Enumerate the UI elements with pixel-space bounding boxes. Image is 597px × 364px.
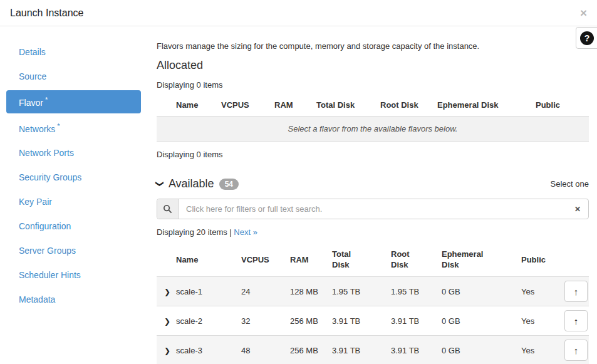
column-header-ram: RAM	[290, 242, 332, 277]
available-count-badge: 54	[219, 179, 239, 190]
required-marker: *	[57, 122, 60, 130]
sidebar-item-network-ports[interactable]: Network Ports	[6, 142, 141, 164]
flavor-public: Yes	[521, 277, 563, 306]
flavor-ephemeral-disk: 0 GB	[442, 336, 521, 364]
chevron-right-icon[interactable]: ❯	[164, 346, 170, 355]
chevron-right-icon[interactable]: ❯	[164, 317, 170, 326]
search-clear-icon[interactable]: ✕	[567, 199, 588, 219]
next-page-link[interactable]: Next »	[234, 227, 257, 237]
filter-search-bar: ✕	[157, 199, 589, 219]
select-one-hint: Select one	[551, 179, 589, 189]
sidebar-item-security-groups[interactable]: Security Groups	[6, 167, 141, 188]
flavor-root-disk: 1.95 TB	[391, 277, 442, 306]
chevron-down-icon[interactable]: ❯	[155, 180, 165, 187]
column-header-public: Public	[521, 242, 563, 277]
flavor-total-disk: 1.95 TB	[332, 277, 391, 306]
help-icon: ?	[580, 31, 594, 45]
flavor-ram: 256 MB	[290, 336, 332, 364]
available-table: Name VCPUS RAM Total Disk Root Disk Ephe…	[157, 242, 589, 364]
allocate-flavor-button[interactable]: ↑	[564, 281, 588, 302]
flavor-public: Yes	[521, 306, 563, 336]
available-heading: Available	[169, 177, 214, 190]
flavor-vcpus: 48	[241, 336, 290, 364]
sidebar-item-label: Security Groups	[19, 172, 81, 182]
sidebar-item-flavor[interactable]: Flavor*	[6, 90, 141, 113]
sidebar-item-scheduler-hints[interactable]: Scheduler Hints	[6, 264, 141, 286]
column-header-public: Public	[536, 95, 589, 117]
flavor-vcpus: 32	[241, 306, 290, 336]
sidebar-item-label: Server Groups	[19, 246, 76, 256]
flavor-name: scale-3	[176, 346, 202, 355]
sidebar-item-server-groups[interactable]: Server Groups	[6, 240, 141, 261]
chevron-right-icon[interactable]: ❯	[164, 288, 170, 296]
flavor-ram: 128 MB	[290, 277, 332, 306]
sidebar-item-source[interactable]: Source	[6, 66, 141, 87]
allocated-empty-message: Select a flavor from the available flavo…	[157, 117, 589, 142]
sidebar-item-label: Flavor	[19, 98, 43, 108]
sidebar-item-networks[interactable]: Networks*	[6, 117, 141, 140]
allocated-header-row: Name VCPUS RAM Total Disk Root Disk Ephe…	[157, 95, 589, 117]
column-header-total-disk: Total Disk	[332, 242, 391, 277]
column-header-total-disk: Total Disk	[316, 95, 380, 117]
available-count-text: Displaying 20 items	[157, 227, 227, 237]
available-section-header: ❯ Available 54 Select one	[157, 177, 589, 190]
step-description: Flavors manage the sizing for the comput…	[157, 41, 589, 51]
allocate-flavor-button[interactable]: ↑	[564, 340, 588, 361]
allocated-table: Name VCPUS RAM Total Disk Root Disk Ephe…	[157, 95, 589, 142]
allocated-count-top: Displaying 0 items	[157, 80, 589, 90]
column-header-root-disk: Root Disk	[380, 95, 437, 117]
column-header-ram: RAM	[274, 95, 316, 117]
allocated-empty-row: Select a flavor from the available flavo…	[157, 117, 589, 142]
flavor-root-disk: 3.91 TB	[391, 336, 442, 364]
sidebar-item-label: Key Pair	[19, 197, 52, 207]
available-header-row: Name VCPUS RAM Total Disk Root Disk Ephe…	[157, 242, 589, 277]
help-button[interactable]: ?	[576, 27, 597, 49]
flavor-public: Yes	[521, 336, 563, 364]
required-marker: *	[45, 96, 48, 103]
flavor-total-disk: 3.91 TB	[332, 306, 391, 336]
sidebar-item-key-pair[interactable]: Key Pair	[6, 191, 141, 212]
column-header-ephemeral-disk: Ephemeral Disk	[437, 95, 536, 117]
flavor-name: scale-2	[176, 316, 202, 326]
flavor-ephemeral-disk: 0 GB	[442, 277, 521, 306]
close-icon[interactable]: ×	[580, 7, 587, 19]
search-icon[interactable]	[157, 199, 179, 219]
sidebar-item-label: Scheduler Hints	[19, 270, 81, 280]
column-header-ephemeral-disk: Ephemeral Disk	[442, 242, 521, 277]
count-separator: |	[229, 227, 231, 237]
sidebar-item-configuration[interactable]: Configuration	[6, 216, 141, 237]
flavor-row-scale-2: ❯scale-2 32 256 MB 3.91 TB 3.91 TB 0 GB …	[157, 306, 589, 336]
sidebar-item-label: Metadata	[19, 294, 55, 304]
search-input[interactable]	[179, 199, 567, 219]
column-header-vcpus: VCPUS	[241, 242, 290, 277]
up-arrow-icon: ↑	[574, 316, 579, 326]
flavor-step-content: Flavors manage the sizing for the comput…	[157, 26, 597, 364]
available-count-line: Displaying 20 items | Next »	[157, 227, 589, 237]
column-header-vcpus: VCPUS	[221, 95, 274, 117]
sidebar-item-label: Networks	[19, 123, 55, 133]
flavor-vcpus: 24	[241, 277, 290, 306]
column-header-root-disk: Root Disk	[391, 242, 442, 277]
sidebar-item-label: Configuration	[19, 221, 71, 231]
allocated-heading: Allocated	[157, 59, 589, 72]
sidebar-item-label: Network Ports	[19, 148, 74, 158]
flavor-ram: 256 MB	[290, 306, 332, 336]
flavor-row-scale-1: ❯scale-1 24 128 MB 1.95 TB 1.95 TB 0 GB …	[157, 277, 589, 306]
sidebar-item-label: Details	[19, 47, 46, 57]
modal-body: Details Source Flavor* Networks* Network…	[0, 26, 597, 364]
column-header-actions	[563, 242, 589, 277]
wizard-sidebar: Details Source Flavor* Networks* Network…	[0, 26, 157, 364]
allocate-flavor-button[interactable]: ↑	[564, 310, 588, 331]
sidebar-item-metadata[interactable]: Metadata	[6, 289, 141, 310]
flavor-row-scale-3: ❯scale-3 48 256 MB 3.91 TB 3.91 TB 0 GB …	[157, 336, 589, 364]
modal-title: Launch Instance	[10, 8, 83, 19]
up-arrow-icon: ↑	[574, 286, 579, 297]
sidebar-item-details[interactable]: Details	[6, 41, 141, 63]
column-header-name: Name	[157, 242, 241, 277]
column-header-name: Name	[157, 95, 221, 117]
flavor-root-disk: 3.91 TB	[391, 306, 442, 336]
flavor-name: scale-1	[176, 287, 202, 296]
flavor-total-disk: 3.91 TB	[332, 336, 391, 364]
flavor-ephemeral-disk: 0 GB	[442, 306, 521, 336]
allocated-count-bottom: Displaying 0 items	[157, 150, 589, 159]
